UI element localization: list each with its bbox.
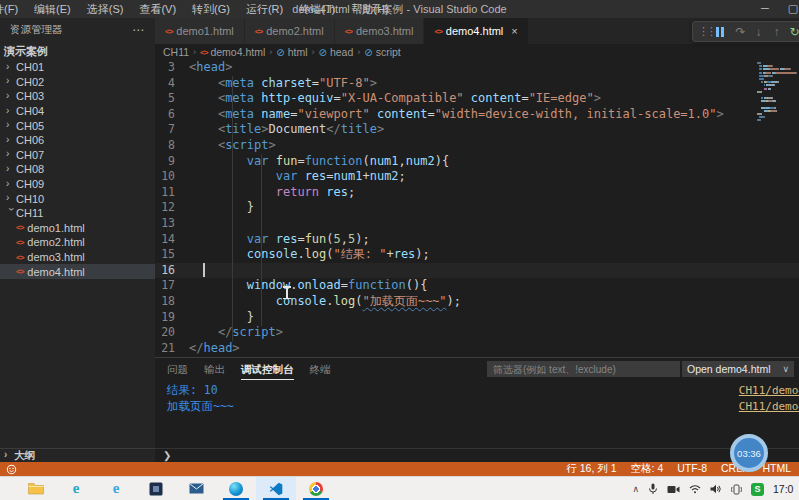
taskbar-edge-icon[interactable] — [216, 477, 256, 500]
breadcrumb-item[interactable]: CH11 — [163, 46, 189, 58]
minimize-button[interactable]: ─ — [751, 0, 779, 18]
sidebar-item-demo2-html[interactable]: <>demo2.html — [0, 235, 155, 250]
sidebar-folder-ch07[interactable]: ›CH07 — [0, 148, 155, 163]
panel-tab-问题[interactable]: 问题 — [167, 359, 188, 380]
sidebar-folder-ch04[interactable]: ›CH04 — [0, 104, 155, 119]
wifi-icon[interactable] — [689, 484, 701, 494]
code-line: 21</head> — [155, 341, 799, 357]
html-file-icon: <> — [434, 27, 441, 36]
line-number: 8 — [155, 138, 189, 154]
taskbar-chrome-icon[interactable] — [296, 477, 336, 500]
step-out-button[interactable]: ↑ — [770, 25, 783, 39]
sidebar-folder-ch09[interactable]: ›CH09 — [0, 177, 155, 192]
tab-demo4-html[interactable]: <>demo4.html× — [424, 18, 528, 44]
tab-demo1-html[interactable]: <>demo1.html — [155, 18, 245, 44]
sidebar-item-demo1-html[interactable]: <>demo1.html — [0, 221, 155, 236]
sidebar-folder-ch02[interactable]: ›CH02 — [0, 75, 155, 90]
folder-label: CH03 — [16, 90, 44, 102]
minimap-line — [757, 81, 797, 83]
line-number: 15 — [155, 247, 189, 263]
microphone-icon[interactable] — [648, 483, 658, 495]
sidebar-folder-ch01[interactable]: ›CH01 — [0, 60, 155, 75]
touch-keyboard-icon[interactable] — [731, 484, 742, 495]
feedback-smiley-icon[interactable] — [6, 464, 17, 475]
restart-button[interactable]: ↻ — [788, 25, 799, 39]
panel-tab-调试控制台[interactable]: 调试控制台 — [241, 359, 294, 380]
windows-taskbar: ee ∧ S 17:0 — [0, 476, 799, 500]
debug-console-input[interactable]: ❯ — [155, 448, 799, 462]
panel-tab-终端[interactable]: 终端 — [310, 359, 331, 380]
code-line: 19 } — [155, 310, 799, 326]
status-language-mode[interactable]: HTML — [762, 462, 791, 476]
line-number: 18 — [155, 294, 189, 310]
drag-handle-icon[interactable]: ⋮⋮ — [698, 25, 711, 38]
messenger-app-icon[interactable]: S — [751, 483, 764, 496]
breadcrumb-item[interactable]: head — [330, 46, 353, 58]
minimap[interactable] — [757, 62, 797, 123]
code-lines: 3<head>4 <meta charset="UTF-8">5 <meta h… — [155, 60, 799, 356]
tab-demo2-html[interactable]: <>demo2.html — [245, 18, 335, 44]
breadcrumb-item[interactable]: demo4.html — [210, 46, 265, 58]
taskbar-mail-icon[interactable] — [176, 477, 216, 500]
html-file-icon: <> — [16, 223, 23, 232]
file-label: demo3.html — [27, 251, 84, 263]
menu-g[interactable]: 转到(G) — [184, 0, 238, 18]
sidebar-folder-ch03[interactable]: ›CH03 — [0, 89, 155, 104]
outline-section[interactable]: › 大纲 — [0, 448, 155, 462]
pause-button[interactable] — [716, 27, 729, 37]
clock[interactable]: 17:0 — [773, 483, 799, 495]
breadcrumb-item[interactable]: html — [288, 46, 308, 58]
code-text: <meta http-equiv="X-UA-Compatible" conte… — [189, 91, 601, 107]
status-indentation[interactable]: 空格: 4 — [631, 462, 664, 476]
menu-v[interactable]: 查看(V) — [131, 0, 184, 18]
title-bar: 文件(F)编辑(E)选择(S)查看(V)转到(G)运行(R)终端(T)帮助(H)… — [0, 0, 799, 18]
menu-r[interactable]: 运行(R) — [238, 0, 291, 18]
symbol-icon: ⊘ — [319, 47, 327, 58]
status-cursor-position[interactable]: 行 16, 列 1 — [566, 462, 616, 476]
menu-e[interactable]: 编辑(E) — [26, 0, 79, 18]
status-bar: 行 16, 列 1空格: 4UTF-8CRLFHTML — [0, 462, 799, 476]
debug-session-dropdown[interactable]: Open demo4.html ∨ — [682, 361, 794, 377]
console-filter-input[interactable] — [487, 361, 680, 377]
vscode-window: 文件(F)编辑(E)选择(S)查看(V)转到(G)运行(R)终端(T)帮助(H)… — [0, 0, 799, 500]
step-over-button[interactable]: ↷ — [734, 25, 747, 39]
sidebar-folder-ch05[interactable]: ›CH05 — [0, 118, 155, 133]
sidebar-folder-ch06[interactable]: ›CH06 — [0, 133, 155, 148]
file-label: demo4.html — [27, 266, 84, 278]
breadcrumb-item[interactable]: script — [376, 46, 401, 58]
close-icon[interactable]: × — [511, 25, 517, 37]
sidebar-item-demo3-html[interactable]: <>demo3.html — [0, 250, 155, 265]
workspace-section-header[interactable]: 演示案例 — [0, 42, 155, 60]
taskbar-photos-icon[interactable] — [136, 477, 176, 500]
step-into-button[interactable]: ↓ — [752, 25, 765, 39]
tab-demo3-html[interactable]: <>demo3.html — [335, 18, 425, 44]
sidebar-folder-ch11[interactable]: ›CH11 — [0, 206, 155, 221]
tray-expand-icon[interactable]: ∧ — [632, 484, 639, 494]
console-source-link[interactable]: CH11/demo4 — [739, 384, 799, 397]
folder-label: CH09 — [16, 178, 44, 190]
taskbar-edge-legacy-icon[interactable]: e — [56, 477, 96, 500]
taskbar-vscode-icon[interactable] — [256, 477, 296, 500]
taskbar-internet-explorer-icon[interactable]: e — [96, 477, 136, 500]
minimap-line — [757, 107, 797, 109]
speaker-icon[interactable] — [710, 484, 722, 494]
code-editor[interactable]: 3<head>4 <meta charset="UTF-8">5 <meta h… — [155, 60, 799, 357]
chevron-collapsed-icon: › — [6, 192, 16, 203]
breadcrumb[interactable]: CH11›<>demo4.html›⊘html›⊘head›⊘script — [155, 44, 799, 60]
more-actions-icon[interactable]: ⋯ — [132, 23, 145, 37]
status-encoding[interactable]: UTF-8 — [677, 462, 707, 476]
menu-s[interactable]: 选择(S) — [79, 0, 132, 18]
code-line: 5 <meta http-equiv="X-UA-Compatible" con… — [155, 91, 799, 107]
sidebar-item-demo4-html[interactable]: <>demo4.html — [0, 264, 155, 279]
panel-tab-输出[interactable]: 输出 — [204, 359, 225, 380]
sidebar-folder-ch10[interactable]: ›CH10 — [0, 191, 155, 206]
tab-label: demo4.html — [446, 25, 503, 37]
maximize-button[interactable]: ▢ — [779, 0, 799, 18]
screen-recorder-timer[interactable]: 03:36 — [730, 434, 768, 472]
console-source-link[interactable]: CH11/demo4 — [739, 400, 799, 413]
chevron-collapsed-icon: › — [6, 75, 16, 86]
sidebar-folder-ch08[interactable]: ›CH08 — [0, 162, 155, 177]
menu-f[interactable]: 文件(F) — [0, 0, 26, 18]
taskbar-file-explorer-icon[interactable] — [16, 477, 56, 500]
camera-icon[interactable] — [667, 485, 680, 494]
